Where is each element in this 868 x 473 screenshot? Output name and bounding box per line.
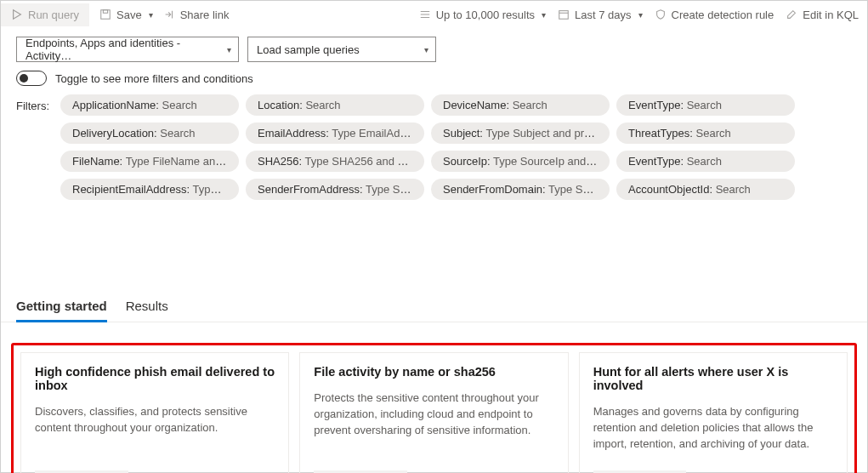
sample-cards-highlight: High confidence phish email delivered to… [11, 343, 857, 473]
svg-rect-3 [559, 11, 569, 20]
save-icon [99, 9, 111, 20]
svg-marker-0 [14, 10, 21, 20]
sample-select-label: Load sample queries [257, 43, 360, 56]
filter-devicename[interactable]: DeviceName: Search [431, 94, 610, 116]
filter-location[interactable]: Location: Search [246, 94, 424, 116]
run-query-button[interactable]: Run query [1, 3, 89, 26]
filter-filename[interactable]: FileName: Type FileName and pr… [60, 151, 239, 172]
source-select-label: Endpoints, Apps and identities - Activit… [26, 37, 227, 62]
filter-subject[interactable]: Subject: Type Subject and press … [431, 123, 610, 144]
filter-sourceip[interactable]: SourceIp: Type SourceIp and pre… [431, 151, 610, 172]
toolbar: Run query Save ▾ Share link U [1, 1, 867, 28]
card-desc: Protects the sensitive content throughou… [314, 390, 553, 440]
results-limit-label: Up to 10,000 results [436, 9, 535, 21]
chevron-down-icon: ▾ [149, 10, 153, 20]
save-label: Save [116, 9, 142, 21]
tabs: Getting started Results [1, 292, 867, 322]
filter-sha256[interactable]: SHA256: Type SHA256 and pres… [246, 151, 424, 172]
filter-accountobjectid[interactable]: AccountObjectId: Search [616, 179, 795, 200]
calendar-icon [558, 9, 570, 20]
filters-label: Filters: [16, 94, 50, 112]
save-button[interactable]: Save ▾ [99, 9, 153, 21]
list-icon [419, 9, 431, 20]
filter-recipientemailaddress[interactable]: RecipientEmailAddress: Type Rec… [60, 179, 239, 200]
filters-section: Filters: ApplicationName: Search Locatio… [1, 94, 867, 203]
filter-senderfromdomain[interactable]: SenderFromDomain: Type Sende… [431, 179, 610, 200]
chevron-down-icon: ▾ [638, 10, 643, 20]
filter-emailaddress[interactable]: EmailAddress: Type EmailAddres… [246, 123, 424, 144]
filters-grid: ApplicationName: Search Location: Search… [60, 94, 795, 200]
sample-card-file-activity: File activity by name or sha256 Protects… [299, 352, 568, 473]
card-title: High confidence phish email delivered to… [35, 365, 275, 392]
toggle-knob [20, 74, 28, 83]
share-label: Share link [180, 9, 230, 21]
card-desc: Discovers, classifies, and protects sens… [35, 404, 275, 453]
time-range-button[interactable]: Last 7 days ▾ [558, 9, 643, 21]
run-query-label: Run query [28, 9, 79, 21]
toolbar-left: Run query Save ▾ Share link [1, 3, 229, 26]
filter-senderfromaddress[interactable]: SenderFromAddress: Type Send… [246, 179, 424, 200]
svg-rect-2 [103, 10, 107, 14]
tab-results[interactable]: Results [126, 292, 168, 322]
time-range-label: Last 7 days [575, 9, 632, 21]
edit-kql-label: Edit in KQL [803, 9, 859, 21]
source-select[interactable]: Endpoints, Apps and identities - Activit… [16, 37, 239, 62]
results-limit-button[interactable]: Up to 10,000 results ▾ [419, 9, 546, 21]
filter-threattypes[interactable]: ThreatTypes: Search [616, 123, 795, 144]
filter-eventtype[interactable]: EventType: Search [616, 94, 795, 116]
filter-eventtype-2[interactable]: EventType: Search [616, 151, 795, 172]
card-title: Hunt for all alerts where user X is invo… [593, 365, 833, 392]
create-detection-rule-button[interactable]: Create detection rule [655, 9, 774, 21]
filter-deliverylocation[interactable]: DeliveryLocation: Search [60, 123, 239, 144]
sample-card-phish: High confidence phish email delivered to… [20, 352, 289, 473]
page-root: Run query Save ▾ Share link U [0, 0, 868, 473]
pencil-icon [786, 9, 797, 20]
chevron-down-icon: ▾ [227, 45, 231, 54]
share-link-button[interactable]: Share link [163, 9, 230, 21]
tab-getting-started[interactable]: Getting started [16, 292, 107, 322]
filters-toggle-row: Toggle to see more filters and condition… [1, 71, 867, 94]
chevron-down-icon: ▾ [542, 10, 546, 20]
selectors-row: Endpoints, Apps and identities - Activit… [1, 28, 867, 71]
card-desc: Manages and governs data by configuring … [593, 404, 833, 453]
play-icon [11, 9, 23, 20]
chevron-down-icon: ▾ [424, 45, 428, 54]
filters-toggle-label: Toggle to see more filters and condition… [55, 72, 253, 85]
filters-toggle[interactable] [16, 71, 47, 86]
toolbar-right: Up to 10,000 results ▾ Last 7 days ▾ Cre… [419, 9, 859, 21]
share-icon [163, 9, 175, 20]
sample-queries-select[interactable]: Load sample queries ▾ [247, 37, 436, 62]
svg-rect-1 [101, 10, 111, 20]
create-rule-label: Create detection rule [672, 9, 774, 21]
edit-in-kql-button[interactable]: Edit in KQL [786, 9, 859, 21]
sample-card-user-alerts: Hunt for all alerts where user X is invo… [579, 352, 848, 473]
card-title: File activity by name or sha256 [314, 365, 553, 379]
shield-icon [655, 9, 667, 20]
filter-applicationname[interactable]: ApplicationName: Search [60, 94, 239, 116]
